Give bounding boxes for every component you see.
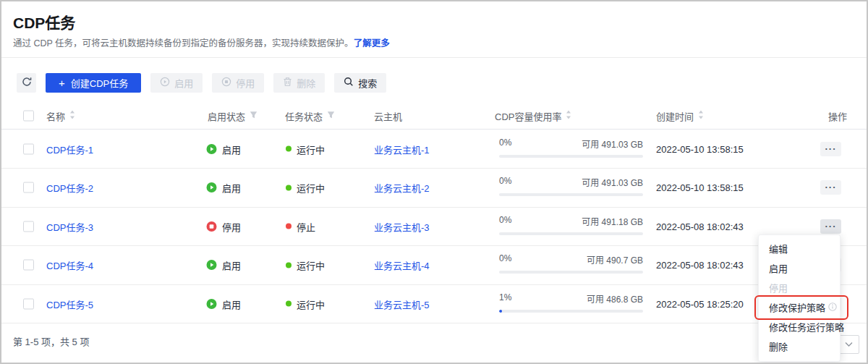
column-header-task-status: 任务状态 [285,109,335,123]
task-name-link[interactable]: CDP任务-3 [46,219,93,233]
created-time: 2022-05-08 18:02:43 [656,260,744,271]
created-time: 2022-05-08 18:02:43 [656,221,744,232]
menu-item-modify-task-run-policy[interactable]: 修改任务运行策略 [759,318,840,337]
menu-item-edit[interactable]: 编辑 [759,240,840,259]
running-status-dot [286,146,292,152]
enable-status-label: 启用 [222,181,241,195]
task-name-link[interactable]: CDP任务-4 [46,258,93,272]
host-link[interactable]: 业务云主机-2 [374,181,430,195]
usage-progress-bar [499,155,643,158]
usage-percent: 0% [499,137,511,150]
table-header: 名称 启用状态 任务状态 云主机 CDP容量使用率 创建时间 操作 [1,103,867,130]
enable-status-label: 停用 [222,219,241,233]
row-checkbox[interactable] [23,143,34,154]
task-status-label: 运行中 [297,142,325,156]
host-link[interactable]: 业务云主机-4 [374,258,430,272]
usage-progress-bar [499,271,643,274]
capacity-usage: 0% 可用 491.18 GB [499,215,643,235]
column-header-enable-status: 启用状态 [208,109,258,123]
learn-more-link[interactable]: 了解更多 [354,38,390,48]
host-link[interactable]: 业务云主机-5 [374,297,430,310]
toolbar: + 创建CDP任务 启用 停用 删除 搜索 [17,73,386,93]
table-row: CDP任务-3 停用 停止 业务云主机-3 0% 可用 491.18 GB 20… [1,208,867,247]
column-header-host-label: 云主机 [374,109,402,123]
created-time: 2022-05-10 13:58:15 [656,143,744,154]
task-status-label: 运行中 [297,258,325,272]
more-actions-button[interactable]: ··· [820,180,841,195]
column-header-actions: 操作 [828,109,847,123]
create-cdp-task-button[interactable]: + 创建CDP任务 [46,73,141,93]
trash-icon [283,77,292,89]
stopped-status-dot [286,224,292,229]
available-capacity: 可用 491.03 GB [582,137,643,150]
row-checkbox[interactable] [23,221,34,232]
task-status-label: 运行中 [297,181,325,195]
menu-item-enable[interactable]: 启用 [759,259,840,279]
usage-percent: 1% [499,292,511,305]
column-header-created: 创建时间 [656,109,704,123]
search-button-label: 搜索 [358,76,377,90]
menu-item-modify-protection-policy[interactable]: 修改保护策略 [759,298,840,318]
row-checkbox[interactable] [23,298,34,309]
column-header-name-label: 名称 [46,109,65,123]
enable-button-label: 启用 [174,76,193,90]
create-cdp-task-label: 创建CDP任务 [71,76,128,90]
task-name-link[interactable]: CDP任务-2 [46,181,93,195]
host-link[interactable]: 业务云主机-1 [374,142,430,156]
created-time: 2022-05-05 18:25:20 [656,298,744,309]
column-header-capacity: CDP容量使用率 [495,109,571,123]
available-capacity: 可用 491.18 GB [582,215,643,227]
row-checkbox[interactable] [23,182,34,193]
enabled-status-icon [206,182,217,193]
running-status-dot [286,185,292,190]
filter-icon[interactable] [250,111,258,122]
disable-button-label: 停用 [236,76,255,90]
task-status-label: 停止 [297,219,315,233]
enable-status-label: 启用 [222,142,241,156]
refresh-button[interactable] [17,73,36,93]
filter-icon[interactable] [327,111,335,122]
enable-status-label: 启用 [222,297,241,310]
sort-icon[interactable] [566,111,571,122]
usage-progress-bar [499,310,643,313]
play-circle-icon [160,77,170,89]
select-all-checkbox[interactable] [23,111,34,122]
available-capacity: 可用 491.03 GB [582,176,643,188]
enable-button[interactable]: 启用 [150,73,203,93]
task-name-link[interactable]: CDP任务-5 [46,297,93,310]
column-header-task-status-label: 任务状态 [285,109,323,123]
column-header-enable-status-label: 启用状态 [208,109,245,123]
delete-button[interactable]: 删除 [273,73,325,93]
enabled-status-icon [206,143,217,154]
info-icon [828,298,837,318]
disabled-status-icon [206,221,217,232]
stop-circle-icon [221,77,231,89]
search-button[interactable]: 搜索 [334,73,386,93]
refresh-icon [22,77,32,89]
sort-icon[interactable] [698,111,704,122]
page-title: CDP任务 [13,11,75,33]
column-header-actions-label: 操作 [828,109,847,123]
capacity-usage: 0% 可用 491.03 GB [499,137,643,158]
menu-item-modify-protection-policy-label: 修改保护策略 [769,298,825,318]
menu-item-disable[interactable]: 停用 [759,279,840,298]
capacity-usage: 0% 可用 490.7 GB [499,253,643,274]
disable-button[interactable]: 停用 [212,73,264,93]
enabled-status-icon [206,260,217,271]
host-link[interactable]: 业务云主机-3 [374,219,430,233]
more-actions-button[interactable]: ··· [820,219,841,234]
usage-percent: 0% [499,215,511,227]
more-actions-button[interactable]: ··· [820,142,841,156]
sort-icon[interactable] [69,111,75,122]
table-row: CDP任务-2 启用 运行中 业务云主机-2 0% 可用 491.03 GB 2… [1,169,867,208]
row-checkbox[interactable] [23,260,34,271]
task-name-link[interactable]: CDP任务-1 [46,142,93,156]
capacity-usage: 1% 可用 486.8 GB [499,292,643,313]
usage-progress-bar [499,193,643,196]
delete-button-label: 删除 [297,76,315,90]
available-capacity: 可用 490.7 GB [587,253,643,266]
capacity-usage: 0% 可用 491.03 GB [499,176,643,196]
running-status-dot [286,262,292,268]
menu-item-delete[interactable]: 删除 [759,337,840,357]
row-actions-menu: 编辑 启用 停用 修改保护策略 修改任务运行策略 删除 [758,234,841,362]
